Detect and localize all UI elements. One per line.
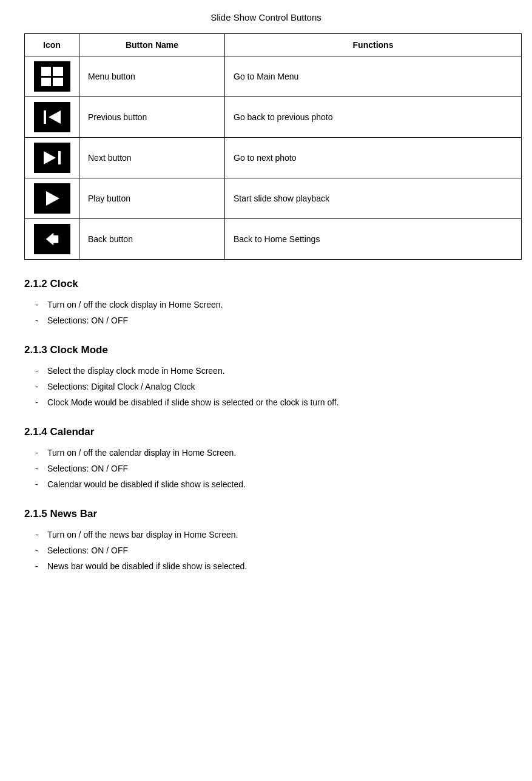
back-icon [34, 224, 70, 254]
col-header-functions: Functions [225, 34, 522, 56]
bullet-text: Selections: Digital Clock / Analog Clock [47, 380, 508, 393]
svg-marker-3 [44, 151, 56, 164]
function-cell: Back to Home Settings [225, 219, 522, 260]
button-name-cell: Previous button [79, 97, 225, 138]
control-buttons-table: Icon Button Name Functions Menu buttonGo… [24, 33, 522, 260]
col-header-button-name: Button Name [79, 34, 225, 56]
bullet-text: Selections: ON / OFF [47, 544, 508, 557]
section-body: -Turn on / off the calendar display in H… [30, 447, 508, 491]
bullet-dash: - [30, 544, 47, 557]
prev-icon [34, 102, 70, 132]
bullet-dash: - [30, 314, 47, 327]
function-cell: Start slide show playback [225, 178, 522, 219]
bullet-dash: - [30, 299, 47, 311]
bullet-text: Turn on / off the news bar display in Ho… [47, 529, 508, 541]
bullet-text: News bar would be disabled if slide show… [47, 560, 508, 573]
section-news-bar: 2.1.5 News Bar-Turn on / off the news ba… [24, 508, 508, 580]
icon-cell [25, 97, 79, 138]
bullet-dash: - [30, 529, 47, 541]
bullet-item: -Select the display clock mode in Home S… [30, 365, 508, 377]
table-row: Next buttonGo to next photo [25, 138, 522, 178]
page-title: Slide Show Control Buttons [24, 12, 508, 22]
svg-marker-1 [49, 110, 61, 124]
bullet-dash: - [30, 396, 47, 409]
function-cell: Go to next photo [225, 138, 522, 178]
icon-cell [25, 138, 79, 178]
bullet-item: -Selections: Digital Clock / Analog Cloc… [30, 380, 508, 393]
section-body: -Select the display clock mode in Home S… [30, 365, 508, 409]
section-heading: 2.1.2 Clock [24, 278, 508, 290]
table-row: Play buttonStart slide show playback [25, 178, 522, 219]
table-row: Back buttonBack to Home Settings [25, 219, 522, 260]
bullet-item: -Turn on / off the calendar display in H… [30, 447, 508, 459]
section-heading: 2.1.3 Clock Mode [24, 344, 508, 356]
icon-cell [25, 56, 79, 97]
button-name-cell: Back button [79, 219, 225, 260]
svg-rect-0 [44, 110, 46, 124]
section-clock-mode: 2.1.3 Clock Mode-Select the display cloc… [24, 344, 508, 409]
bullet-text: Selections: ON / OFF [47, 314, 508, 327]
next-icon [34, 143, 70, 173]
button-name-cell: Next button [79, 138, 225, 178]
section-body: -Turn on / off the clock display in Home… [30, 299, 508, 327]
button-name-cell: Play button [79, 178, 225, 219]
section-body: -Turn on / off the news bar display in H… [30, 529, 508, 580]
bullet-dash: - [30, 365, 47, 377]
bullet-text: Select the display clock mode in Home Sc… [47, 365, 508, 377]
section-heading: 2.1.5 News Bar [24, 508, 508, 520]
function-cell: Go to Main Menu [225, 56, 522, 97]
svg-rect-2 [58, 151, 61, 164]
bullet-item: -News bar would be disabled if slide sho… [30, 560, 508, 573]
bullet-text: Calendar would be disabled if slide show… [47, 478, 508, 491]
function-cell: Go back to previous photo [225, 97, 522, 138]
bullet-text: Clock Mode would be disabled if slide sh… [47, 396, 508, 409]
bullet-item: -Selections: ON / OFF [30, 462, 508, 475]
bullet-item: -Calendar would be disabled if slide sho… [30, 478, 508, 491]
section-heading: 2.1.4 Calendar [24, 426, 508, 438]
svg-marker-4 [46, 191, 59, 206]
icon-cell [25, 178, 79, 219]
bullet-text: Turn on / off the calendar display in Ho… [47, 447, 508, 459]
bullet-item: -Selections: ON / OFF [30, 544, 508, 557]
bullet-text: Turn on / off the clock display in Home … [47, 299, 508, 311]
bullet-item: -Clock Mode would be disabled if slide s… [30, 396, 508, 409]
table-row: Menu buttonGo to Main Menu [25, 56, 522, 97]
bullet-item: -Selections: ON / OFF [30, 314, 508, 327]
col-header-icon: Icon [25, 34, 79, 56]
table-row: Previous buttonGo back to previous photo [25, 97, 522, 138]
bullet-dash: - [30, 447, 47, 459]
bullet-text: Selections: ON / OFF [47, 462, 508, 475]
section-calendar: 2.1.4 Calendar-Turn on / off the calenda… [24, 426, 508, 491]
button-name-cell: Menu button [79, 56, 225, 97]
bullet-dash: - [30, 380, 47, 393]
section-clock: 2.1.2 Clock-Turn on / off the clock disp… [24, 278, 508, 327]
bullet-dash: - [30, 478, 47, 491]
bullet-dash: - [30, 462, 47, 475]
bullet-item: -Turn on / off the clock display in Home… [30, 299, 508, 311]
icon-cell [25, 219, 79, 260]
grid-icon [34, 61, 70, 92]
bullet-item: -Turn on / off the news bar display in H… [30, 529, 508, 541]
bullet-dash: - [30, 560, 47, 573]
play-icon [34, 183, 70, 214]
